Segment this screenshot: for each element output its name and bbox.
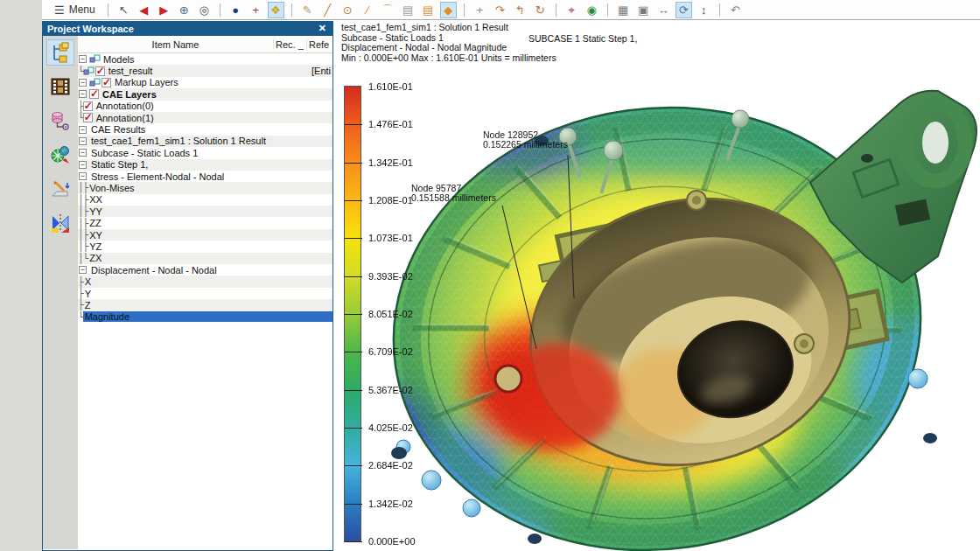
menu-label: Menu — [69, 3, 95, 16]
checked-checkbox[interactable] — [102, 78, 111, 87]
column-rec[interactable]: Rec. _ — [273, 39, 306, 50]
rotate-view-icon[interactable]: ⟳ — [676, 2, 692, 18]
rotate-up-icon[interactable]: ↰ — [512, 2, 528, 18]
tree-item-label: CAE Results — [89, 124, 147, 135]
navigation-wheel-icon[interactable] — [46, 142, 74, 168]
previous-view-icon[interactable]: ◀ — [136, 2, 152, 18]
fit-height-icon[interactable]: ↕ — [696, 2, 712, 18]
fea-model-view[interactable] — [377, 71, 980, 551]
toolbar-separator — [220, 3, 220, 17]
zoom-tool-icon[interactable]: ⊕ — [176, 2, 192, 18]
markup-note-icon[interactable]: ✎ — [299, 2, 316, 18]
tree-item-y[interactable]: ├Y — [78, 288, 332, 299]
subcase-header-text: SUBCASE 1 Static Step 1, — [528, 33, 637, 44]
close-icon[interactable]: ✕ — [317, 23, 328, 34]
zoom-window-icon[interactable]: ▦ — [615, 2, 632, 18]
expander-minus-icon[interactable]: − — [79, 149, 87, 157]
rotate-dashed-icon[interactable]: ↻ — [532, 2, 549, 18]
panel-title-bar: Project Workspace ✕ — [43, 21, 332, 36]
expander-minus-icon[interactable]: − — [79, 126, 87, 134]
tree-item-z[interactable]: ├Z — [78, 299, 332, 310]
tree-item-cae-layers[interactable]: −CAE Layers — [78, 88, 332, 100]
tree-item-test-cae1-fem1-sim1-solution-1-result[interactable]: −test_cae1_fem1_sim1 : Solution 1 Result — [78, 136, 332, 147]
markup-circle-icon[interactable]: ⊙ — [340, 2, 356, 18]
tree-item-cae-results[interactable]: −CAE Results — [78, 123, 332, 135]
tree-item-models[interactable]: −Models — [78, 53, 332, 65]
shaded-sphere-icon[interactable]: ● — [228, 2, 244, 18]
tree-item-yz[interactable]: │├YZ — [78, 241, 332, 252]
expander-minus-icon[interactable]: − — [79, 137, 87, 145]
tree-item-zx[interactable]: │└ZX — [78, 253, 332, 264]
tree-item-magnitude[interactable]: └Magnitude — [78, 311, 332, 323]
menu-button[interactable]: ☰Menu — [49, 3, 101, 17]
graphics-viewport[interactable]: test_cae1_fem1_sim1 : Solution 1 Result … — [334, 21, 980, 551]
next-view-icon[interactable]: ▶ — [156, 2, 172, 18]
expander-minus-icon[interactable]: − — [79, 55, 87, 63]
markup-freehand-icon[interactable]: ∕ — [360, 2, 376, 18]
tree-item-zz[interactable]: │├ZZ — [78, 217, 332, 228]
column-item-name[interactable]: Item Name — [78, 39, 273, 50]
tree-item-x[interactable]: ├X — [78, 276, 332, 287]
project-workspace-panel: Project Workspace ✕ — [42, 21, 333, 551]
tree-item-displacement-nodal-nodal[interactable]: −Displacement - Nodal - Nodal — [78, 264, 332, 276]
annotation-node-128952[interactable]: Node 128952 0.152265 millimeters — [483, 130, 568, 150]
tree-item-xy[interactable]: │├XY — [78, 229, 332, 241]
left-gutter — [0, 0, 42, 551]
component-icon — [89, 78, 101, 87]
pan-arrows-icon[interactable]: + — [472, 2, 488, 18]
expander-minus-icon[interactable]: − — [79, 90, 87, 98]
checked-checkbox[interactable] — [83, 101, 93, 111]
checked-checkbox[interactable] — [89, 89, 99, 99]
main-toolbar: ☰Menu↖◀▶⊕◎●+❖✎╱⊙∕⌒▤▤◆+↷↰↻⌖◉▦▣↔⟳↕↶ — [42, 0, 980, 20]
find-binoculars-icon[interactable]: ◎ — [196, 2, 213, 18]
tree-item-von-mises[interactable]: │├Von-Mises — [78, 182, 332, 193]
fit-width-icon[interactable]: ↔ — [655, 2, 672, 18]
tree-column-headers: Item Name Rec. _ Refe — [78, 36, 332, 53]
legend-band — [345, 124, 360, 162]
tree-item-label: ZX — [88, 253, 103, 263]
legend-band — [345, 352, 360, 389]
application-window: ☰Menu↖◀▶⊕◎●+❖✎╱⊙∕⌒▤▤◆+↷↰↻⌖◉▦▣↔⟳↕↶ Projec… — [0, 0, 980, 551]
tree-item-markup-layers[interactable]: −Markup Layers — [78, 77, 332, 88]
tree-item-static-step-1[interactable]: −Static Step 1, — [78, 159, 332, 171]
tree-item-label: Displacement - Nodal - Nodal — [89, 265, 219, 276]
rotate-cw-icon[interactable]: ↷ — [492, 2, 508, 18]
tree-item-test-result[interactable]: └test_result[Enti — [78, 65, 332, 76]
tree-item-annotation-0[interactable]: ├Annotation(0) — [78, 101, 332, 112]
fit-screen-icon[interactable]: ▣ — [635, 2, 652, 18]
animation-filmstrip-icon[interactable] — [46, 73, 74, 100]
checked-checkbox[interactable] — [83, 113, 93, 122]
tree-item-stress-element-nodal-nodal[interactable]: −Stress - Element-Nodal - Nodal — [78, 171, 332, 182]
select-tool-icon[interactable]: ↖ — [116, 2, 132, 18]
view-cube-icon[interactable]: ❖ — [268, 2, 284, 18]
tree-item-subcase-static-loads-1[interactable]: −Subcase - Static Loads 1 — [78, 147, 332, 158]
markup-arc-icon[interactable]: ⌒ — [380, 2, 396, 18]
layers-orange-icon[interactable]: ▤ — [420, 2, 437, 18]
checked-checkbox[interactable] — [95, 66, 105, 76]
annotation-node-95787[interactable]: Node 95787 0.151588 millimeters — [411, 184, 496, 203]
solid-cube-icon[interactable]: ◆ — [440, 2, 457, 18]
tree-item-xx[interactable]: │├XX — [78, 194, 332, 206]
expander-minus-icon[interactable]: − — [79, 161, 87, 169]
toolbar-separator — [108, 3, 108, 17]
model-tree-icon[interactable] — [46, 39, 74, 66]
expander-minus-icon[interactable]: − — [79, 266, 87, 274]
component-icon — [89, 54, 101, 64]
markup-line-icon[interactable]: ╱ — [319, 2, 336, 18]
panel-title: Project Workspace — [47, 24, 134, 34]
tree-item-label: X — [83, 276, 93, 287]
pan-cross-icon[interactable]: + — [248, 2, 264, 18]
tree-item-annotation-1[interactable]: └Annotation(1) — [78, 112, 332, 123]
expander-minus-icon[interactable]: − — [79, 172, 87, 180]
legend-tick — [345, 238, 362, 239]
expander-minus-icon[interactable]: − — [79, 79, 87, 87]
column-refe[interactable]: Refe — [306, 39, 332, 50]
measure-tool-icon[interactable] — [46, 176, 74, 202]
mirror-section-icon[interactable] — [46, 210, 74, 236]
globe-view-icon[interactable]: ◉ — [584, 2, 600, 18]
undo-icon[interactable]: ↶ — [727, 2, 744, 18]
layers-gray-icon[interactable]: ▤ — [400, 2, 416, 18]
database-tree-icon[interactable] — [46, 108, 74, 134]
tree-item-yy[interactable]: │├YY — [78, 206, 332, 217]
magnet-select-icon[interactable]: ⌖ — [564, 2, 580, 18]
